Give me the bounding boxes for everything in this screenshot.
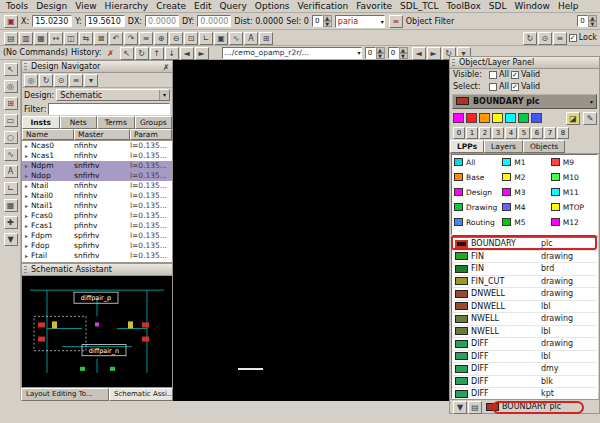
column-master[interactable]: Master [74, 129, 130, 140]
ruler-icon[interactable]: ∟ [199, 32, 213, 45]
move-icon[interactable]: ⇆ [79, 32, 93, 45]
chevron-down-icon[interactable]: ▾ [381, 18, 384, 25]
instance-row[interactable]: ▸Ntailnfinhvl=0.135... [22, 181, 172, 191]
probe-icon[interactable]: ◎ [24, 74, 38, 87]
expander-icon[interactable]: ▸ [22, 171, 31, 181]
design-view-selector[interactable]: Schematic ▾ [56, 89, 170, 101]
level-spinner-a[interactable]: 0 ▲▼ [365, 47, 385, 59]
rectangle-tool-icon[interactable]: ▭ [4, 114, 18, 127]
undo-icon[interactable]: ↶ [109, 32, 123, 45]
navigator-filter-input[interactable] [48, 103, 170, 115]
instance-row[interactable]: ▸Ncas0nfinhvl=0.135... [22, 141, 172, 151]
stretch-icon[interactable]: ↔ [49, 32, 63, 45]
snapshot-icon[interactable]: ⊙ [538, 32, 552, 45]
layer-row[interactable]: FIN_CUTdrawing [452, 276, 597, 289]
layer-row[interactable]: DIFFdrawing [452, 338, 597, 351]
tab-nets[interactable]: Nets [60, 116, 98, 129]
properties-icon[interactable]: ≡ [139, 32, 153, 45]
color-swatch-4[interactable] [505, 113, 516, 123]
forward-icon[interactable]: ► [427, 47, 441, 60]
layer-row[interactable]: BOUNDARYplc [452, 238, 597, 251]
path-icon[interactable]: ∿ [229, 32, 243, 45]
color-swatch-3[interactable] [492, 113, 503, 123]
filter-item-m5[interactable]: M5 [500, 215, 548, 230]
drag-grip[interactable] [24, 266, 27, 273]
up-hierarchy-icon[interactable]: ↑ [150, 47, 164, 60]
label-icon[interactable]: A [244, 32, 258, 45]
menu-edit[interactable]: Edit [190, 0, 215, 12]
cell-path-input[interactable] [223, 48, 349, 57]
spinner-down-icon[interactable]: ▼ [588, 21, 597, 27]
layer-row[interactable]: DIFFlbl [452, 351, 597, 364]
layer-row[interactable]: DIFFkpt [452, 388, 597, 399]
scroll-down-icon[interactable]: ▼ [453, 401, 467, 414]
menu-favorite[interactable]: Favorite [352, 0, 396, 12]
layer-panel-titlebar[interactable]: Object/Layer Panel [450, 57, 599, 69]
filter-item-m9[interactable]: M9 [549, 155, 597, 170]
filter-item-base[interactable]: Base [452, 170, 500, 185]
tab-objects[interactable]: Objects [523, 140, 565, 153]
zoom-tool-icon[interactable]: ◎ [4, 80, 18, 93]
copy-icon[interactable]: ◫ [64, 32, 78, 45]
add-icon[interactable]: ✚ [4, 216, 18, 229]
spinner-down-icon[interactable]: ▼ [399, 53, 408, 59]
layers-icon[interactable]: ▦ [4, 199, 18, 212]
menu-down-icon[interactable]: ▾ [84, 74, 98, 87]
tab-layers[interactable]: Layers [484, 140, 523, 153]
filter-item-m3[interactable]: M3 [500, 185, 548, 200]
print-icon[interactable]: ▦ [34, 32, 48, 45]
display-level-8[interactable]: 8 [557, 127, 569, 139]
cell-path-combobox[interactable]: ▾ [222, 47, 362, 59]
expander-icon[interactable]: ▸ [22, 201, 31, 211]
text-tool-icon[interactable]: A [4, 165, 18, 178]
menu-tools[interactable]: Tools [2, 0, 32, 12]
sync-icon[interactable]: ↻ [39, 74, 53, 87]
tab-insts[interactable]: Insts [22, 116, 60, 129]
instance-row[interactable]: ▸Ntail0nfinhvl=0.135... [22, 191, 172, 201]
level-spinner-b[interactable]: 0 ▲▼ [388, 47, 408, 59]
assistant-tab-1[interactable]: Schematic Assi... [109, 388, 173, 401]
menu-create[interactable]: Create [152, 0, 190, 12]
schematic-preview[interactable]: diffpair_p diffpair_n [22, 276, 172, 387]
menu-sdl[interactable]: SDL [485, 0, 511, 12]
settings-icon[interactable]: ≡ [69, 74, 83, 87]
display-level-6[interactable]: 6 [531, 127, 543, 139]
tab-groups[interactable]: Groups [135, 116, 173, 129]
pin-icon[interactable]: ⊙ [54, 74, 68, 87]
list-view-icon[interactable]: ▤ [468, 401, 482, 414]
next-view-icon[interactable]: ► [195, 47, 209, 60]
menu-toolbox[interactable]: ToolBox [443, 0, 485, 12]
column-param[interactable]: Param [130, 129, 172, 140]
command-combobox[interactable]: ▾ [335, 15, 385, 28]
chevron-down-icon[interactable]: ▾ [358, 49, 361, 56]
previous-view-icon[interactable]: ◄ [180, 47, 194, 60]
filter-item-m10[interactable]: M10 [549, 170, 597, 185]
layer-row[interactable]: NWELLdrawing [452, 313, 597, 326]
color-swatch-5[interactable] [518, 113, 529, 123]
expander-icon[interactable]: ▸ [22, 161, 31, 171]
redo-icon[interactable]: ↷ [124, 32, 138, 45]
dy-input[interactable] [197, 15, 231, 27]
expander-icon[interactable]: ▸ [22, 231, 31, 241]
filter-item-mtop[interactable]: MTOP [549, 200, 597, 215]
filter-item-m2[interactable]: M2 [500, 170, 548, 185]
menu-options[interactable]: Options [251, 0, 294, 12]
display-level-7[interactable]: 7 [544, 127, 556, 139]
design-navigator-titlebar[interactable]: Design Navigator ✗ [22, 61, 172, 73]
dx-input[interactable] [145, 15, 179, 27]
delete-icon[interactable]: ⊠ [94, 32, 108, 45]
expander-icon[interactable]: ▸ [22, 191, 31, 201]
clear-history-icon[interactable]: ✗ [106, 47, 116, 60]
instance-row[interactable]: ▸Fcas1pfinhvl=0.135... [22, 221, 172, 231]
edit-colors-icon[interactable]: ✎ [583, 112, 597, 125]
spinner-down-icon[interactable]: ▼ [323, 21, 332, 27]
tab-terms[interactable]: Terms [97, 116, 135, 129]
filter-item-all[interactable]: All [452, 155, 500, 170]
column-name[interactable]: Name [22, 129, 74, 140]
via-icon[interactable]: ⊞ [259, 32, 273, 45]
zoom-out-icon[interactable]: ⊖ [169, 32, 183, 45]
menu-view[interactable]: View [71, 0, 100, 12]
visible-valid-checkbox[interactable] [511, 71, 519, 79]
menu-query[interactable]: Query [215, 0, 250, 12]
filter-item-m1[interactable]: M1 [500, 155, 548, 170]
